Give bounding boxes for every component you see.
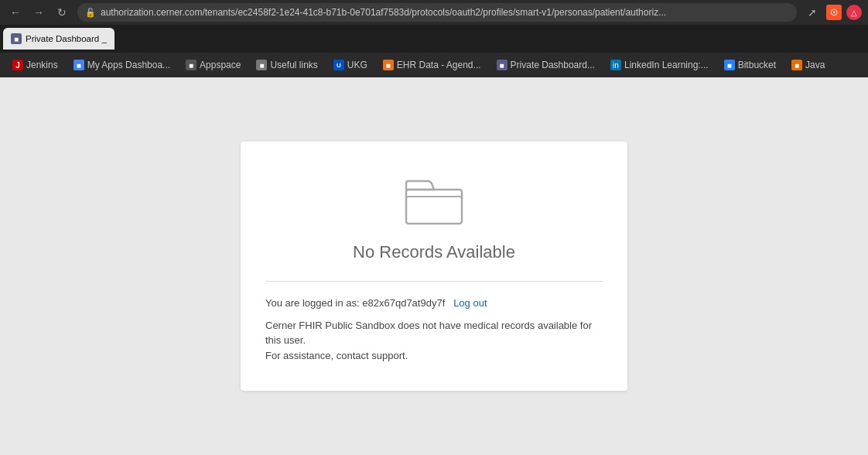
ukg-favicon: U xyxy=(333,60,344,70)
bitbucket-favicon: ■ xyxy=(724,60,735,70)
bookmark-ukg-label: UKG xyxy=(347,60,367,70)
brave-rewards-icon[interactable]: △ xyxy=(846,5,862,20)
dashboard-favicon: ■ xyxy=(497,60,507,70)
folder-icon-wrapper xyxy=(265,173,603,227)
title-bar: ← → ↻ 🔓 authorization.cerner.com/tenants… xyxy=(0,0,868,25)
jenkins-favicon: J xyxy=(12,60,23,70)
browser-controls: ← → ↻ xyxy=(6,3,71,22)
bookmark-ehr-label: EHR Data - Agend... xyxy=(397,60,481,70)
share-button[interactable]: ➚ xyxy=(803,3,822,22)
bookmark-java-label: Java xyxy=(805,60,825,70)
bookmarks-bar: J Jenkins ■ My Apps Dashboa... ■ Appspac… xyxy=(0,53,868,77)
logout-link[interactable]: Log out xyxy=(453,297,487,309)
java-favicon: ■ xyxy=(791,60,802,70)
bookmark-linkedin[interactable]: in LinkedIn Learning:... xyxy=(604,57,715,73)
active-tab[interactable]: ■ Private Dashboard _ xyxy=(3,28,114,50)
bookmark-jenkins-label: Jenkins xyxy=(26,60,58,70)
back-button[interactable]: ← xyxy=(6,3,25,22)
bookmark-myapps[interactable]: ■ My Apps Dashboa... xyxy=(67,57,176,73)
bookmark-bitbucket[interactable]: ■ Bitbucket xyxy=(718,57,782,73)
bookmark-java[interactable]: ■ Java xyxy=(785,57,831,73)
bookmark-ehr[interactable]: ■ EHR Data - Agend... xyxy=(377,57,487,73)
appspace-favicon: ■ xyxy=(186,60,196,70)
bookmark-ukg[interactable]: U UKG xyxy=(327,57,374,73)
page-content: No Records Available You are logged in a… xyxy=(0,77,868,455)
myapps-favicon: ■ xyxy=(73,60,84,70)
bookmark-usefullinks-label: Useful links xyxy=(270,60,317,70)
forward-button[interactable]: → xyxy=(29,3,48,22)
tab-favicon: ■ xyxy=(11,33,22,44)
no-records-title: No Records Available xyxy=(265,242,603,262)
bookmark-linkedin-label: LinkedIn Learning:... xyxy=(624,60,709,70)
ehr-favicon: ■ xyxy=(383,60,394,70)
bookmark-usefullinks[interactable]: ■ Useful links xyxy=(250,57,323,73)
bookmark-myapps-label: My Apps Dashboa... xyxy=(87,60,170,70)
no-records-card: No Records Available You are logged in a… xyxy=(241,142,627,392)
address-text: authorization.cerner.com/tenants/ec2458f… xyxy=(101,7,789,18)
bookmark-jenkins[interactable]: J Jenkins xyxy=(6,57,64,73)
description-line1: Cerner FHIR Public Sandbox does not have… xyxy=(265,320,592,347)
login-info: You are logged in as: e82x67qd7at9dy7f L… xyxy=(265,297,603,309)
bookmark-appspace[interactable]: ■ Appspace xyxy=(179,57,247,73)
description-line2: For assistance, contact support. xyxy=(265,350,408,361)
lock-icon: 🔓 xyxy=(85,8,96,18)
browser-chrome: ← → ↻ 🔓 authorization.cerner.com/tenants… xyxy=(0,0,868,77)
section-divider xyxy=(265,281,603,282)
tab-label: Private Dashboard _ xyxy=(26,34,107,43)
usefullinks-favicon: ■ xyxy=(256,60,267,70)
reload-button[interactable]: ↻ xyxy=(53,3,71,22)
bookmark-dashboard-label: Private Dashboard... xyxy=(511,60,595,70)
description-text: Cerner FHIR Public Sandbox does not have… xyxy=(265,318,603,364)
bookmark-appspace-label: Appspace xyxy=(200,60,241,70)
folder-icon xyxy=(403,173,465,227)
brave-shield-icon[interactable]: ☉ xyxy=(826,5,842,20)
linkedin-favicon: in xyxy=(610,60,621,70)
bookmark-bitbucket-label: Bitbucket xyxy=(738,60,776,70)
bookmark-dashboard[interactable]: ■ Private Dashboard... xyxy=(490,57,601,73)
svg-rect-0 xyxy=(406,190,462,224)
toolbar-icons: ➚ ☉ △ xyxy=(803,3,862,22)
address-bar[interactable]: 🔓 authorization.cerner.com/tenants/ec245… xyxy=(77,3,797,22)
tabs-bar: ■ Private Dashboard _ xyxy=(0,25,868,53)
login-prefix: You are logged in as: e82x67qd7at9dy7f xyxy=(265,297,445,309)
